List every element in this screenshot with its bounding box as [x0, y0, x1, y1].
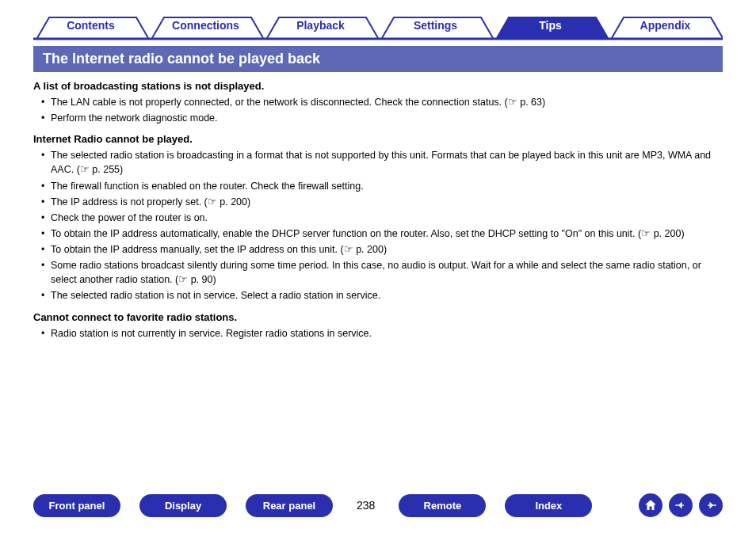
topic-heading: Cannot connect to favorite radio station…: [33, 311, 723, 323]
index-button[interactable]: Index: [505, 494, 592, 517]
list-item: Radio station is not currently in servic…: [41, 326, 723, 341]
topic-list: Radio station is not currently in servic…: [33, 326, 723, 341]
topic-group-1: Internet Radio cannot be played. The sel…: [33, 133, 723, 303]
rear-panel-button[interactable]: Rear panel: [246, 494, 333, 517]
list-item: To obtain the IP address automatically, …: [41, 227, 723, 241]
list-item: Some radio stations broadcast silently d…: [41, 258, 723, 287]
topic-group-0: A list of broadcasting stations is not d…: [33, 80, 723, 125]
tab-contents[interactable]: Contents: [33, 14, 148, 41]
svg-rect-2: [708, 504, 716, 506]
footer-nav: Front panel Display Rear panel 238 Remot…: [0, 493, 756, 517]
tab-connections[interactable]: Connections: [148, 14, 263, 41]
list-item: To obtain the IP address manually, set t…: [41, 242, 723, 257]
remote-button[interactable]: Remote: [399, 494, 486, 517]
prev-icon[interactable]: [669, 493, 693, 517]
list-item: The selected radio station is broadcasti…: [41, 148, 723, 177]
list-item: The IP address is not properly set. (☞ p…: [41, 195, 723, 209]
home-icon[interactable]: [639, 493, 662, 517]
list-item: The selected radio station is not in ser…: [41, 288, 723, 303]
tab-tips[interactable]: Tips: [493, 14, 608, 41]
topic-group-2: Cannot connect to favorite radio station…: [33, 311, 723, 341]
top-tabs: Contents Connections Playback Settings T…: [33, 14, 723, 41]
section-title: The Internet radio cannot be played back: [33, 46, 723, 72]
page-number: 238: [352, 499, 380, 512]
tab-settings[interactable]: Settings: [378, 14, 493, 41]
topic-list: The selected radio station is broadcasti…: [33, 148, 723, 303]
topic-list: The LAN cable is not properly connected,…: [33, 95, 723, 125]
topic-heading: Internet Radio cannot be played.: [33, 133, 723, 145]
tab-playback[interactable]: Playback: [263, 14, 378, 41]
list-item: Check the power of the router is on.: [41, 211, 723, 225]
topic-heading: A list of broadcasting stations is not d…: [33, 80, 723, 92]
tab-appendix[interactable]: Appendix: [608, 14, 723, 41]
next-icon[interactable]: [699, 493, 723, 517]
list-item: The LAN cable is not properly connected,…: [41, 95, 723, 109]
display-button[interactable]: Display: [139, 494, 227, 517]
svg-rect-1: [675, 504, 684, 506]
list-item: The firewall function is enabled on the …: [41, 179, 723, 193]
front-panel-button[interactable]: Front panel: [33, 494, 120, 517]
list-item: Perform the network diagnostic mode.: [41, 111, 723, 125]
